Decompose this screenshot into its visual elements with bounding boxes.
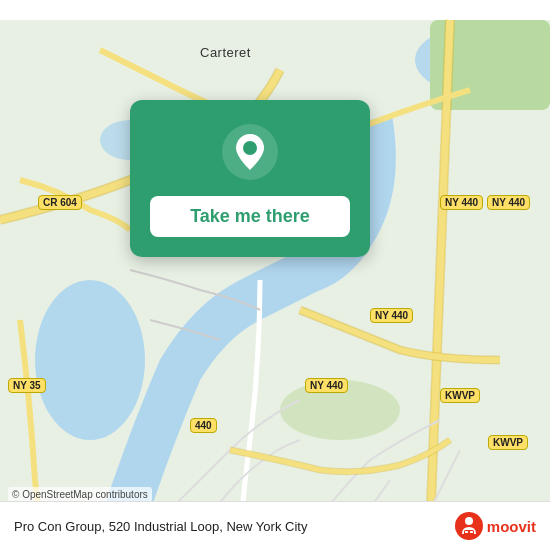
- carteret-label: Carteret: [200, 45, 251, 60]
- action-card: Take me there: [130, 100, 370, 257]
- road-badge-ny440-2: NY 440: [487, 195, 530, 210]
- svg-point-10: [243, 141, 257, 155]
- road-badge-ny440-3: NY 440: [370, 308, 413, 323]
- address-text: Pro Con Group, 520 Industrial Loop, New …: [14, 519, 455, 534]
- svg-rect-15: [470, 531, 473, 533]
- location-pin-icon: [222, 124, 278, 180]
- road-badge-ny440-4: NY 440: [305, 378, 348, 393]
- road-badge-cr604: CR 604: [38, 195, 82, 210]
- road-badge-ny35: NY 35: [8, 378, 46, 393]
- svg-point-1: [35, 280, 145, 440]
- map-container: Carteret NY 440 NY 440 NY 440 NY 440 CR …: [0, 0, 550, 550]
- moovit-person-icon: [455, 512, 483, 540]
- road-badge-kwvp-2: KWVP: [488, 435, 528, 450]
- take-me-there-button[interactable]: Take me there: [150, 196, 350, 237]
- map-background: [0, 0, 550, 550]
- osm-attribution: © OpenStreetMap contributors: [8, 487, 152, 502]
- bottom-bar: Pro Con Group, 520 Industrial Loop, New …: [0, 501, 550, 550]
- road-badge-440: 440: [190, 418, 217, 433]
- svg-point-12: [465, 517, 473, 525]
- road-badge-ny440-1: NY 440: [440, 195, 483, 210]
- moovit-text: moovit: [487, 518, 536, 535]
- moovit-logo: moovit: [455, 512, 536, 540]
- road-badge-kwvp-1: KWVP: [440, 388, 480, 403]
- svg-rect-14: [465, 531, 468, 533]
